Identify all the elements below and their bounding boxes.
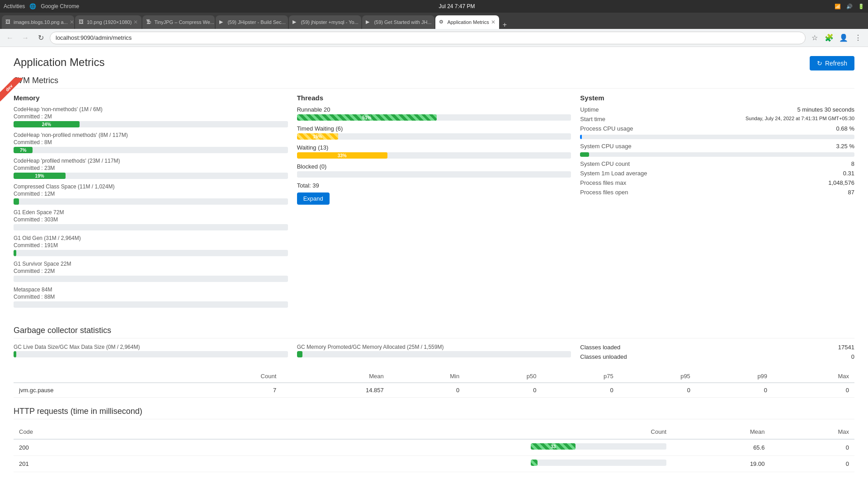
- system-cpu-bar: [580, 152, 589, 157]
- system-row-7: Process files open 87: [580, 189, 854, 196]
- gc-col-min: Min: [389, 370, 465, 383]
- tab-images[interactable]: 🖼 images.blogs.10.png a... ✕: [2, 15, 74, 29]
- tab-close-7[interactable]: ✕: [491, 19, 495, 25]
- tab-favicon-1: 🖼: [5, 19, 12, 25]
- tab-jhipster1[interactable]: ▶ (59) JHipster - Build Sec... ✕: [216, 15, 288, 29]
- memory-label-3: Compressed Class Space (11M / 1,024M): [14, 183, 288, 190]
- threads-title: Threads: [297, 94, 571, 102]
- gc-row-p95-0: 0: [619, 383, 696, 398]
- http-col-code: Code: [14, 425, 109, 439]
- http-count-bar-0: 33: [531, 443, 576, 450]
- thread-bar-container-2: 33%: [297, 152, 571, 159]
- system-label-4: System CPU count: [580, 160, 630, 167]
- tab-get-started[interactable]: ▶ (59) Get Started with JH... ✕: [362, 15, 434, 29]
- tab-jhipster2[interactable]: ▶ (59) jhipster +mysql - Yo... ✕: [289, 15, 361, 29]
- gc-classes-unloaded-label: Classes unloaded: [580, 353, 627, 360]
- tab-bar: 🖼 images.blogs.10.png a... ✕ 🖼 10.png (1…: [0, 13, 868, 29]
- thread-bar-2: 33%: [297, 152, 387, 159]
- system-value-1: Sunday, July 24, 2022 at 7:41:31 PM GMT+…: [745, 116, 854, 122]
- gc-row-name-0: jvm.gc.pause: [14, 383, 183, 398]
- expand-button[interactable]: Expand: [297, 192, 330, 205]
- address-bar[interactable]: localhost:9090/admin/metrics: [50, 32, 806, 44]
- menu-button[interactable]: ⋮: [852, 32, 864, 44]
- memory-bar-2: 19%: [14, 173, 66, 179]
- memory-item-7: Metaspace 84M Committed : 88M: [14, 286, 288, 308]
- memory-label-5: G1 Old Gen (31M / 2,964M): [14, 235, 288, 241]
- tab-label-2: 10.png (868×488): [87, 19, 132, 25]
- memory-label-2: CodeHeap 'profiled nmethods' (23M / 117M…: [14, 158, 288, 164]
- gc-row-count-0: 7: [183, 383, 282, 398]
- thread-bar-container-1: 15%: [297, 133, 571, 140]
- system-label-1: Start time: [580, 116, 605, 122]
- tab-close-2[interactable]: ✕: [133, 19, 138, 25]
- tab-close-1[interactable]: ✕: [70, 19, 74, 25]
- chrome-favicon: 🌐: [29, 3, 36, 9]
- gc-classes-loaded-label: Classes loaded: [580, 344, 620, 351]
- tab-png[interactable]: 🖼 10.png (868×488) ✕: [75, 15, 142, 29]
- memory-committed-3: Committed : 12M: [14, 191, 288, 197]
- system-row-2: Process CPU usage 0.68 %: [580, 125, 854, 132]
- gc-live-bar-container: [14, 351, 288, 357]
- gc-live-label: GC Live Data Size/GC Max Data Size (0M /…: [14, 344, 288, 350]
- dev-ribbon: dev: [0, 78, 27, 105]
- extensions-button[interactable]: 🧩: [823, 32, 835, 44]
- memory-bar-container-5: [14, 250, 288, 256]
- title-bar-datetime: Jul 24 7:47 PM: [439, 3, 475, 9]
- title-bar-right: 📶 🔊 🔋: [835, 4, 864, 9]
- tab-favicon-6: ▶: [366, 19, 372, 25]
- reload-button[interactable]: ↻: [34, 32, 47, 44]
- thread-bar-0: 51%: [297, 114, 437, 121]
- tab-close-5[interactable]: ✕: [360, 19, 362, 25]
- tab-favicon-3: 🗜: [146, 19, 152, 25]
- memory-committed-2: Committed : 23M: [14, 165, 288, 171]
- refresh-label: Refresh: [825, 60, 847, 67]
- system-cpu-bar-container: [580, 152, 854, 157]
- memory-bar-3: [14, 198, 19, 205]
- thread-bar-1: 15%: [297, 133, 338, 140]
- forward-button[interactable]: →: [19, 32, 32, 44]
- http-count-bar-container-1: [531, 460, 666, 466]
- process-cpu-bar-container: [580, 135, 854, 139]
- memory-item-6: G1 Survivor Space 22M Committed : 22M: [14, 261, 288, 282]
- new-tab-button[interactable]: +: [500, 21, 509, 29]
- thread-item-1: Timed Waiting (6) 15%: [297, 125, 571, 140]
- gc-classes-loaded-row: Classes loaded 17541: [580, 344, 854, 351]
- gc-table: Count Mean Min p50 p75 p95 p99 Max jvm.g…: [14, 370, 854, 398]
- system-value-7: 87: [848, 189, 854, 196]
- memory-committed-4: Committed : 303M: [14, 216, 288, 223]
- memory-label-7: Metaspace 84M: [14, 286, 288, 293]
- system-label-7: Process files open: [580, 189, 628, 196]
- gc-col-p75: p75: [542, 370, 618, 383]
- gc-promoted-bar: [297, 351, 302, 357]
- profile-button[interactable]: 👤: [837, 32, 850, 44]
- http-code-1: 201: [14, 456, 109, 472]
- system-value-4: 8: [851, 160, 854, 167]
- refresh-button[interactable]: ↻ Refresh: [810, 56, 854, 70]
- gc-grid: GC Live Data Size/GC Max Data Size (0M /…: [14, 344, 854, 363]
- tab-label-6: (59) Get Started with JH...: [374, 19, 431, 25]
- system-label-3: System CPU usage: [580, 143, 631, 150]
- tab-tinyjpg[interactable]: 🗜 TinyJPG – Compress We... ✕: [142, 15, 215, 29]
- system-value-2: 0.68 %: [836, 125, 854, 132]
- http-table-header: Code Count Mean Max: [14, 425, 854, 439]
- tab-app-metrics[interactable]: ⚙ Application Metrics ✕: [435, 15, 499, 29]
- system-label-0: Uptime: [580, 106, 599, 113]
- system-title: System: [580, 94, 854, 102]
- bookmark-button[interactable]: ☆: [808, 32, 821, 44]
- page-title: Application Metrics: [14, 56, 854, 69]
- http-table-row-0: 200 33 65.6 0: [14, 439, 854, 456]
- memory-bar-container-0: 24%: [14, 121, 288, 127]
- gc-classes-loaded-value: 17541: [838, 344, 854, 351]
- battery-icon: 🔋: [858, 4, 864, 9]
- http-table: Code Count Mean Max 200 33 65.6 0: [14, 425, 854, 472]
- memory-label-6: G1 Survivor Space 22M: [14, 261, 288, 267]
- nav-actions: ☆ 🧩 👤 ⋮: [808, 32, 864, 44]
- system-section: System Uptime 5 minutes 30 seconds Start…: [580, 94, 854, 312]
- back-button[interactable]: ←: [4, 32, 16, 44]
- tab-close-4[interactable]: ✕: [288, 19, 288, 25]
- tab-close-6[interactable]: ✕: [434, 19, 435, 25]
- http-count-1: [109, 456, 672, 472]
- http-count-bar-container-0: 33: [531, 443, 666, 450]
- activities-label[interactable]: Activities: [4, 3, 25, 9]
- gc-table-header: Count Mean Min p50 p75 p95 p99 Max: [14, 370, 854, 383]
